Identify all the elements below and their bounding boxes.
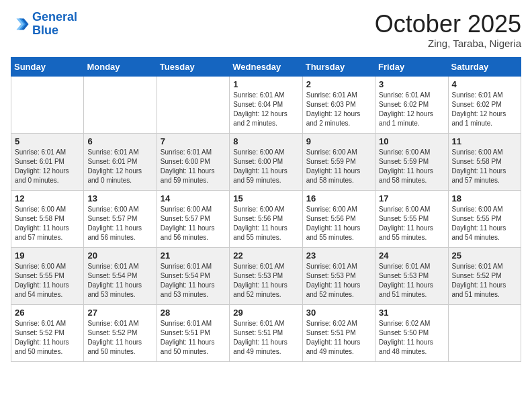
- calendar-week-4: 26Sunrise: 6:01 AM Sunset: 5:52 PM Dayli…: [11, 304, 521, 361]
- day-info: Sunrise: 6:02 AM Sunset: 5:51 PM Dayligh…: [306, 319, 371, 357]
- day-number: 29: [233, 308, 298, 318]
- logo-icon: [11, 15, 30, 34]
- day-info: Sunrise: 6:00 AM Sunset: 5:59 PM Dayligh…: [379, 148, 444, 185]
- day-info: Sunrise: 6:00 AM Sunset: 6:00 PM Dayligh…: [233, 148, 298, 185]
- location: Zing, Taraba, Nigeria: [375, 38, 521, 49]
- col-header-sunday: Sunday: [11, 57, 84, 76]
- header: General Blue October 2025 Zing, Taraba, …: [11, 11, 521, 49]
- calendar-cell: 2Sunrise: 6:01 AM Sunset: 6:03 PM Daylig…: [302, 76, 375, 133]
- day-number: 1: [233, 79, 298, 89]
- day-number: 10: [379, 136, 444, 146]
- col-header-monday: Monday: [84, 57, 157, 76]
- day-number: 9: [306, 136, 371, 146]
- day-info: Sunrise: 6:00 AM Sunset: 5:55 PM Dayligh…: [379, 205, 444, 242]
- calendar-cell: 5Sunrise: 6:01 AM Sunset: 6:01 PM Daylig…: [11, 133, 84, 190]
- calendar-cell: 3Sunrise: 6:01 AM Sunset: 6:02 PM Daylig…: [375, 76, 448, 133]
- day-number: 7: [161, 136, 226, 146]
- calendar-cell: 21Sunrise: 6:01 AM Sunset: 5:54 PM Dayli…: [157, 247, 229, 304]
- calendar-cell: [448, 304, 521, 361]
- calendar-cell: 31Sunrise: 6:02 AM Sunset: 5:50 PM Dayli…: [375, 304, 448, 361]
- title-block: October 2025 Zing, Taraba, Nigeria: [375, 11, 521, 49]
- day-info: Sunrise: 6:01 AM Sunset: 5:53 PM Dayligh…: [306, 262, 371, 300]
- calendar-cell: 18Sunrise: 6:00 AM Sunset: 5:55 PM Dayli…: [448, 190, 521, 247]
- day-number: 4: [452, 79, 517, 89]
- calendar-cell: 23Sunrise: 6:01 AM Sunset: 5:53 PM Dayli…: [302, 247, 375, 304]
- month-title: October 2025: [375, 11, 521, 38]
- day-number: 27: [87, 308, 152, 318]
- day-info: Sunrise: 6:01 AM Sunset: 5:53 PM Dayligh…: [379, 262, 444, 300]
- calendar-week-3: 19Sunrise: 6:00 AM Sunset: 5:55 PM Dayli…: [11, 247, 521, 304]
- calendar-cell: [11, 76, 84, 133]
- col-header-wednesday: Wednesday: [230, 57, 302, 76]
- day-info: Sunrise: 6:01 AM Sunset: 5:54 PM Dayligh…: [87, 262, 152, 300]
- calendar-cell: 27Sunrise: 6:01 AM Sunset: 5:52 PM Dayli…: [84, 304, 157, 361]
- day-number: 31: [379, 308, 444, 318]
- day-info: Sunrise: 6:01 AM Sunset: 6:00 PM Dayligh…: [161, 148, 226, 185]
- logo-line1: General: [32, 10, 77, 24]
- day-number: 18: [452, 193, 517, 203]
- day-number: 22: [233, 250, 298, 261]
- day-number: 13: [87, 193, 152, 203]
- calendar-cell: 15Sunrise: 6:00 AM Sunset: 5:56 PM Dayli…: [230, 190, 302, 247]
- calendar-cell: 29Sunrise: 6:01 AM Sunset: 5:51 PM Dayli…: [230, 304, 302, 361]
- day-info: Sunrise: 6:01 AM Sunset: 5:51 PM Dayligh…: [233, 319, 298, 357]
- calendar-table: SundayMondayTuesdayWednesdayThursdayFrid…: [11, 57, 521, 362]
- calendar-cell: [157, 76, 229, 133]
- day-number: 16: [306, 193, 371, 203]
- day-info: Sunrise: 6:02 AM Sunset: 5:50 PM Dayligh…: [379, 319, 444, 357]
- calendar-cell: 25Sunrise: 6:01 AM Sunset: 5:52 PM Dayli…: [448, 247, 521, 304]
- calendar-cell: 19Sunrise: 6:00 AM Sunset: 5:55 PM Dayli…: [11, 247, 84, 304]
- day-info: Sunrise: 6:01 AM Sunset: 6:02 PM Dayligh…: [379, 91, 444, 128]
- calendar-cell: 24Sunrise: 6:01 AM Sunset: 5:53 PM Dayli…: [375, 247, 448, 304]
- day-info: Sunrise: 6:01 AM Sunset: 6:02 PM Dayligh…: [452, 91, 517, 128]
- calendar-cell: 1Sunrise: 6:01 AM Sunset: 6:04 PM Daylig…: [230, 76, 302, 133]
- calendar-cell: 14Sunrise: 6:00 AM Sunset: 5:57 PM Dayli…: [157, 190, 229, 247]
- day-info: Sunrise: 6:01 AM Sunset: 5:52 PM Dayligh…: [452, 262, 517, 300]
- calendar-cell: 6Sunrise: 6:01 AM Sunset: 6:01 PM Daylig…: [84, 133, 157, 190]
- calendar-cell: 12Sunrise: 6:00 AM Sunset: 5:58 PM Dayli…: [11, 190, 84, 247]
- day-number: 23: [306, 250, 371, 261]
- day-info: Sunrise: 6:01 AM Sunset: 6:03 PM Dayligh…: [306, 91, 371, 128]
- day-number: 11: [452, 136, 517, 146]
- calendar-cell: 13Sunrise: 6:00 AM Sunset: 5:57 PM Dayli…: [84, 190, 157, 247]
- col-header-friday: Friday: [375, 57, 448, 76]
- page-container: General Blue October 2025 Zing, Taraba, …: [0, 0, 532, 367]
- day-number: 2: [306, 79, 371, 89]
- day-number: 21: [161, 250, 226, 261]
- day-number: 30: [306, 308, 371, 318]
- day-number: 14: [161, 193, 226, 203]
- calendar-cell: 7Sunrise: 6:01 AM Sunset: 6:00 PM Daylig…: [157, 133, 229, 190]
- day-info: Sunrise: 6:00 AM Sunset: 5:57 PM Dayligh…: [87, 205, 152, 242]
- col-header-saturday: Saturday: [448, 57, 521, 76]
- calendar-cell: 20Sunrise: 6:01 AM Sunset: 5:54 PM Dayli…: [84, 247, 157, 304]
- day-number: 20: [87, 250, 152, 261]
- logo-text: General Blue: [32, 11, 77, 38]
- col-header-thursday: Thursday: [302, 57, 375, 76]
- calendar-cell: 4Sunrise: 6:01 AM Sunset: 6:02 PM Daylig…: [448, 76, 521, 133]
- day-number: 25: [452, 250, 517, 261]
- logo-line2: Blue: [32, 24, 58, 37]
- day-info: Sunrise: 6:00 AM Sunset: 5:56 PM Dayligh…: [233, 205, 298, 242]
- logo: General Blue: [11, 11, 77, 38]
- day-number: 6: [87, 136, 152, 146]
- calendar-week-1: 5Sunrise: 6:01 AM Sunset: 6:01 PM Daylig…: [11, 133, 521, 190]
- calendar-cell: [84, 76, 157, 133]
- calendar-cell: 16Sunrise: 6:00 AM Sunset: 5:56 PM Dayli…: [302, 190, 375, 247]
- day-info: Sunrise: 6:01 AM Sunset: 6:04 PM Dayligh…: [233, 91, 298, 128]
- calendar-week-0: 1Sunrise: 6:01 AM Sunset: 6:04 PM Daylig…: [11, 76, 521, 133]
- day-info: Sunrise: 6:01 AM Sunset: 6:01 PM Dayligh…: [15, 148, 80, 185]
- day-number: 24: [379, 250, 444, 261]
- calendar-cell: 11Sunrise: 6:00 AM Sunset: 5:58 PM Dayli…: [448, 133, 521, 190]
- day-number: 5: [15, 136, 80, 146]
- calendar-week-2: 12Sunrise: 6:00 AM Sunset: 5:58 PM Dayli…: [11, 190, 521, 247]
- day-number: 8: [233, 136, 298, 146]
- calendar-cell: 10Sunrise: 6:00 AM Sunset: 5:59 PM Dayli…: [375, 133, 448, 190]
- calendar-cell: 22Sunrise: 6:01 AM Sunset: 5:53 PM Dayli…: [230, 247, 302, 304]
- day-info: Sunrise: 6:00 AM Sunset: 5:58 PM Dayligh…: [452, 148, 517, 185]
- calendar-cell: 28Sunrise: 6:01 AM Sunset: 5:51 PM Dayli…: [157, 304, 229, 361]
- calendar-cell: 9Sunrise: 6:00 AM Sunset: 5:59 PM Daylig…: [302, 133, 375, 190]
- day-info: Sunrise: 6:00 AM Sunset: 5:56 PM Dayligh…: [306, 205, 371, 242]
- day-info: Sunrise: 6:00 AM Sunset: 5:55 PM Dayligh…: [452, 205, 517, 242]
- day-number: 17: [379, 193, 444, 203]
- day-info: Sunrise: 6:00 AM Sunset: 5:59 PM Dayligh…: [306, 148, 371, 185]
